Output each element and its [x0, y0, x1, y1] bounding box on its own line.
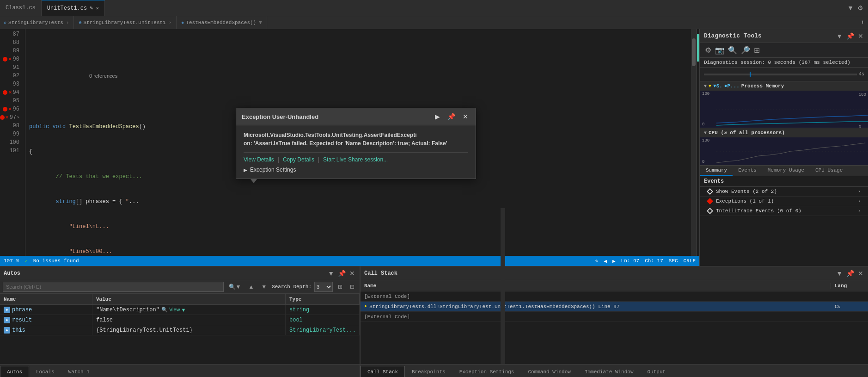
diag-pin-btn[interactable]: 📌 [845, 31, 855, 41]
cs-dropdown-btn[interactable]: ▼ [835, 269, 844, 278]
diag-tab-events[interactable]: Events [733, 166, 762, 176]
phrase-view-btn[interactable]: 🔍 View ▼ [161, 307, 186, 313]
nav-arrow-3: ▼ [258, 20, 263, 25]
nav-add-btn[interactable]: + [857, 19, 868, 26]
exceptions-arrow: › [858, 199, 861, 204]
diag-event-exceptions[interactable]: Exceptions (1 of 1) › [700, 197, 868, 206]
cpu-y-axis: 100 0 [700, 137, 716, 165]
nav-method[interactable]: ◈ TestHasEmbeddedSpaces() ▼ [177, 16, 267, 29]
diag-tab-memory[interactable]: Memory Usage [762, 166, 810, 176]
show-events-label: Show Events (2 of 2) [716, 189, 777, 194]
status-nav-prev[interactable]: ◀ [604, 258, 607, 264]
cs-row-external-2: [External Code] [361, 312, 868, 322]
nav-project-label: StringLibraryTests [8, 20, 63, 25]
status-zoom[interactable]: 107 % [4, 258, 19, 264]
ln-89: 89 [0, 47, 21, 55]
ln-90: ✕ 90 [0, 55, 21, 63]
tab-unittest1[interactable]: UnitTest1.cs ✎ ✕ [42, 0, 105, 16]
autos-up-btn[interactable]: ▲ [246, 282, 256, 292]
diag-fit-btn[interactable]: ⊞ [753, 45, 761, 56]
nav-bar: ◇ StringLibraryTests › ⊕ StringLibraryTe… [0, 16, 868, 29]
diag-tab-cpu[interactable]: CPU Usage [810, 166, 848, 176]
tab-unittest1-close[interactable]: ✕ [96, 5, 99, 11]
tab-class1-label: Class1.cs [6, 5, 36, 11]
pm-right-axis: 100 0 [859, 93, 866, 128]
exception-settings-label: Exception Settings [250, 167, 296, 173]
ln-98: 98 [0, 122, 21, 130]
callstack-table: Name Lang [External Code] ➤ StringLibrar… [361, 280, 868, 364]
cs-pane-tab-command[interactable]: Command Window [521, 366, 577, 377]
cs-td-test-method[interactable]: ➤ StringLibraryTests.dll!StringLibraryTe… [361, 303, 831, 310]
exception-pin-btn[interactable]: 📌 [446, 112, 457, 121]
search-depth-select[interactable]: 3 [314, 282, 333, 292]
cs-pane-tab-exception-settings[interactable]: Exception Settings [452, 366, 521, 377]
code-line-91: "Line1\nL... [29, 222, 687, 231]
diag-title-bar: Diagnostic Tools ▼ 📌 ✕ [700, 29, 868, 43]
diag-zoom-out-btn[interactable]: 🔎 [740, 45, 751, 56]
nav-project[interactable]: ◇ StringLibraryTests › [0, 16, 74, 29]
tab-class1[interactable]: Class1.cs [0, 0, 42, 16]
cs-close-btn[interactable]: ✕ [857, 269, 864, 278]
pane-tab-locals[interactable]: Locals [29, 366, 61, 377]
exception-body: Microsoft.VisualStudio.TestTools.UnitTes… [236, 125, 476, 179]
pane-tab-autos[interactable]: Autos [0, 366, 29, 377]
bottom-area: Autos ▼ 📌 ✕ 🔍▼ ▲ ▼ Search Depth: 3 ⊞ ⊟ N… [0, 266, 868, 377]
diag-tabs: Summary Events Memory Usage CPU Usage [700, 166, 868, 176]
pm-chart-content [716, 91, 868, 128]
cpu-header[interactable]: ▼ CPU (% of all processors) [700, 128, 868, 137]
diag-settings-btn[interactable]: ⚙ [704, 45, 712, 56]
autos-search-input[interactable] [3, 282, 224, 292]
pm-y-axis: 100 0 [700, 91, 716, 128]
th-value: Value [92, 294, 286, 304]
pane-tab-watch1[interactable]: Watch 1 [61, 366, 97, 377]
diag-close-btn[interactable]: ✕ [857, 31, 864, 41]
autos-close-btn[interactable]: ✕ [348, 269, 356, 278]
ln-91: 91 [0, 63, 21, 72]
cs-pane-tab-immediate[interactable]: Immediate Window [578, 366, 641, 377]
code-line-92: "Line5\u00... [29, 247, 687, 256]
diag-tab-summary[interactable]: Summary [700, 166, 733, 176]
live-share-link[interactable]: Start Live Share session... [323, 156, 388, 163]
diag-zoom-in-btn[interactable]: 🔍 [727, 45, 738, 56]
autos-pin-btn[interactable]: 📌 [337, 269, 347, 278]
autos-search-btn[interactable]: 🔍▼ [226, 282, 244, 292]
nav-class[interactable]: ⊕ StringLibraryTest.UnitTest1 › [75, 16, 177, 29]
process-memory-chart: 100 0 100 0 [700, 91, 868, 128]
diag-event-intellitrace[interactable]: IntelliTrace Events (0 of 0) › [700, 206, 868, 216]
cs-pane-tab-output[interactable]: Output [641, 366, 673, 377]
exception-settings-row[interactable]: ▶ Exception Settings [244, 167, 468, 173]
status-line: Ln: 97 [621, 258, 640, 264]
view-details-link[interactable]: View Details [244, 156, 274, 163]
bp-icon-96: ✕ [8, 105, 12, 113]
autos-scrollbar[interactable] [501, 208, 505, 364]
editor-vscrollbar[interactable] [691, 29, 697, 256]
th-name: Name [0, 294, 92, 304]
td-result-type: bool [286, 315, 360, 325]
tab-unittest1-modified-icon: ✎ [90, 5, 93, 12]
process-memory-header[interactable]: ▼ ▼ ▼S. ●P... Process Memory [700, 81, 868, 91]
tab-dropdown-btn[interactable]: ▼ [846, 3, 855, 12]
autos-format-btn[interactable]: ⊟ [348, 282, 357, 292]
exception-run-btn[interactable]: ▶ [433, 112, 442, 121]
callstack-header: Call Stack ▼ 📌 ✕ [361, 266, 868, 280]
autos-down-btn[interactable]: ▼ [259, 282, 269, 292]
cs-pane-tab-breakpoints[interactable]: Breakpoints [405, 366, 452, 377]
ln-93: 93 [0, 80, 21, 88]
ref-badge: 0 references [29, 72, 687, 80]
diag-dropdown-btn[interactable]: ▼ [835, 31, 844, 41]
status-nav-next[interactable]: ▶ [612, 258, 616, 264]
autos-dropdown-btn[interactable]: ▼ [327, 269, 335, 278]
code-area[interactable]: 87 88 89 ✕ 90 91 92 [0, 29, 699, 256]
scrollbar-thumb[interactable] [692, 38, 696, 66]
show-events-diamond [707, 188, 713, 195]
copy-details-link[interactable]: Copy Details [283, 156, 314, 163]
td-this-type: StringLibraryTest... [286, 325, 360, 335]
exception-close-btn[interactable]: ✕ [461, 112, 470, 121]
autos-expand-btn[interactable]: ⊞ [336, 282, 345, 292]
diag-event-show-events[interactable]: Show Events (2 of 2) › [700, 187, 868, 197]
tab-settings-btn[interactable]: ⚙ [856, 3, 864, 12]
cs-pane-tab-callstack[interactable]: Call Stack [361, 366, 405, 377]
cs-pin-btn[interactable]: 📌 [845, 269, 855, 278]
diag-snapshot-btn[interactable]: 📷 [714, 45, 725, 56]
table-row-this: ◆ this {StringLibraryTest.UnitTest1} Str… [0, 325, 360, 335]
